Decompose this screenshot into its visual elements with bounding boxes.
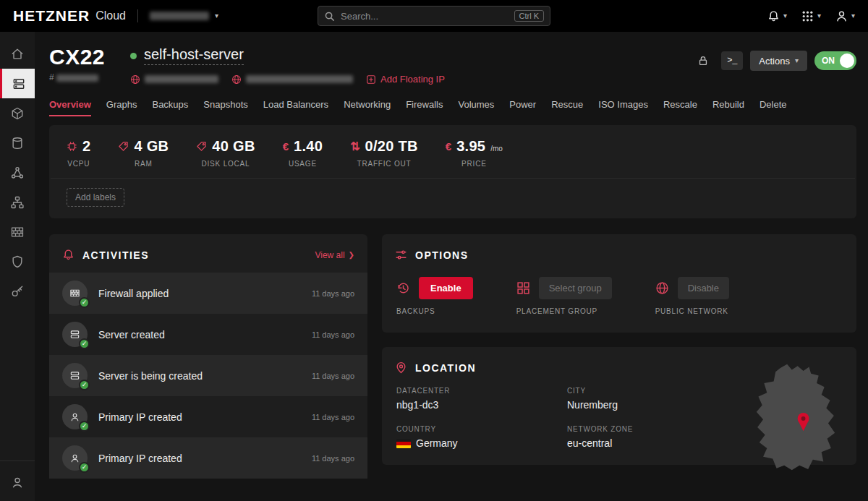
sidebar-item-images[interactable] xyxy=(0,98,35,128)
add-floating-ip-link[interactable]: Add Floating IP xyxy=(366,74,445,85)
options-title: OPTIONS xyxy=(415,249,469,261)
user-menu[interactable]: ▾ xyxy=(835,10,855,22)
check-badge: ✓ xyxy=(79,297,90,308)
server-name[interactable]: self-host-server xyxy=(144,46,244,65)
search-bar[interactable]: Ctrl K xyxy=(318,6,550,26)
tab-networking[interactable]: Networking xyxy=(344,99,391,116)
location-body: DATACENTER nbg1-dc3 CITY Nuremberg COUNT… xyxy=(382,385,856,465)
firewall-activity-icon: ✓ xyxy=(62,281,88,306)
location-city: CITY Nuremberg xyxy=(567,387,741,411)
person-icon xyxy=(10,475,25,489)
activities-card: ACTIVITIES View all ❯ ✓ Fi xyxy=(49,234,367,479)
toggle-knob xyxy=(840,53,854,68)
germany-flag-icon xyxy=(396,439,411,448)
germany-silhouette xyxy=(757,364,835,471)
stat-value: 4 GB xyxy=(134,138,169,155)
notifications-menu[interactable]: ▾ xyxy=(767,10,787,22)
placement-grid-icon xyxy=(516,281,530,295)
activity-time: 11 days ago xyxy=(312,372,354,380)
sidebar-item-networks[interactable] xyxy=(0,158,35,187)
tab-overview[interactable]: Overview xyxy=(49,99,91,116)
cube-icon xyxy=(10,106,25,121)
tab-volumes[interactable]: Volumes xyxy=(458,99,494,116)
tab-snapshots[interactable]: Snapshots xyxy=(203,99,247,116)
topbar-right: ▾ ▾ ▾ xyxy=(767,10,855,22)
select-group-button[interactable]: Select group xyxy=(539,277,612,299)
activity-text: Primary IP created xyxy=(98,411,182,423)
network-icon xyxy=(10,166,25,180)
bell-icon xyxy=(62,249,75,261)
tab-backups[interactable]: Backups xyxy=(152,99,188,116)
stat-price: € 3.95 /mo PRICE xyxy=(446,138,503,168)
power-toggle[interactable]: ON xyxy=(814,51,856,70)
tab-graphs[interactable]: Graphs xyxy=(106,99,137,116)
stat-label: RAM xyxy=(135,160,153,168)
hetzner-cloud-console: HETZNER Cloud ▾ Ctrl K ▾ xyxy=(0,0,868,501)
history-icon xyxy=(396,281,410,295)
options-icon xyxy=(395,249,407,261)
sidebar-item-firewalls[interactable] xyxy=(0,217,35,247)
cpu-icon xyxy=(67,141,77,152)
field-label: CITY xyxy=(567,387,741,395)
chevron-right-icon: ❯ xyxy=(349,251,354,259)
search-input[interactable] xyxy=(341,11,509,22)
view-all-link[interactable]: View all ❯ xyxy=(315,250,354,260)
activity-text: Server created xyxy=(98,329,165,341)
user-icon xyxy=(835,10,848,22)
sidebar-item-load-balancers[interactable] xyxy=(0,187,35,217)
stat-usage: € 1.40 USAGE xyxy=(283,138,323,168)
chevron-down-icon: ▾ xyxy=(215,12,218,20)
field-value: Nuremberg xyxy=(567,399,741,411)
stat-ram: 4 GB RAM xyxy=(118,138,169,168)
server-activity-icon: ✓ xyxy=(62,322,88,347)
sidebar-item-servers[interactable] xyxy=(0,69,35,98)
activity-time: 11 days ago xyxy=(312,330,354,339)
sidebar-item-volumes[interactable] xyxy=(0,128,35,158)
disable-public-network-button[interactable]: Disable xyxy=(678,277,729,299)
lower-grid: ACTIVITIES View all ❯ ✓ Fi xyxy=(49,234,856,479)
tab-rescue[interactable]: Rescue xyxy=(551,99,583,116)
sidebar xyxy=(0,32,35,501)
add-labels-button[interactable]: Add labels xyxy=(67,188,124,207)
sidebar-item-security[interactable] xyxy=(0,247,35,276)
tab-rebuild[interactable]: Rebuild xyxy=(712,99,744,116)
lock-button[interactable] xyxy=(692,51,714,70)
actions-button[interactable]: Actions ▾ xyxy=(750,51,807,71)
activity-text: Server is being created xyxy=(98,370,203,382)
project-selector[interactable]: ▾ xyxy=(150,12,218,20)
activity-text: Firewall applied xyxy=(98,288,169,299)
chevron-down-icon: ▾ xyxy=(817,12,821,20)
sidebar-item-ssh-keys[interactable] xyxy=(0,276,35,306)
tab-rescale[interactable]: Rescale xyxy=(663,99,697,116)
sidebar-item-home[interactable] xyxy=(0,39,35,69)
activity-time: 11 days ago xyxy=(312,289,354,298)
ipv4-redacted xyxy=(145,75,218,83)
key-icon xyxy=(10,284,25,299)
tab-power[interactable]: Power xyxy=(509,99,536,116)
tab-delete[interactable]: Delete xyxy=(760,99,787,116)
load-balancer-icon xyxy=(10,195,25,210)
tab-load-balancers[interactable]: Load Balancers xyxy=(263,99,328,116)
location-title: LOCATION xyxy=(415,362,476,374)
tab-iso-images[interactable]: ISO Images xyxy=(598,99,648,116)
tab-firewalls[interactable]: Firewalls xyxy=(406,99,443,116)
options-row: Enable BACKUPS xyxy=(382,273,856,333)
field-label: NETWORK ZONE xyxy=(567,425,741,433)
sidebar-item-feedback[interactable] xyxy=(0,467,35,497)
globe-icon xyxy=(231,74,242,85)
germany-map xyxy=(745,362,846,472)
enable-backups-button[interactable]: Enable xyxy=(419,277,473,299)
traffic-arrows-icon: ⇅ xyxy=(350,140,359,153)
stat-label: VCPU xyxy=(67,160,90,168)
euro-icon: € xyxy=(446,140,451,153)
console-button[interactable]: >_ xyxy=(721,51,743,70)
stats-card: 2 VCPU 4 GB RAM xyxy=(49,125,856,218)
bell-icon xyxy=(767,10,780,22)
apps-menu[interactable]: ▾ xyxy=(801,10,821,22)
topbar: HETZNER Cloud ▾ Ctrl K ▾ xyxy=(0,0,868,32)
server-id: # xyxy=(49,72,130,82)
stat-value: 1.40 xyxy=(294,138,323,155)
server-id-redacted xyxy=(56,74,98,82)
field-label: COUNTRY xyxy=(396,425,567,433)
location-network-zone: NETWORK ZONE eu-central xyxy=(567,425,741,449)
